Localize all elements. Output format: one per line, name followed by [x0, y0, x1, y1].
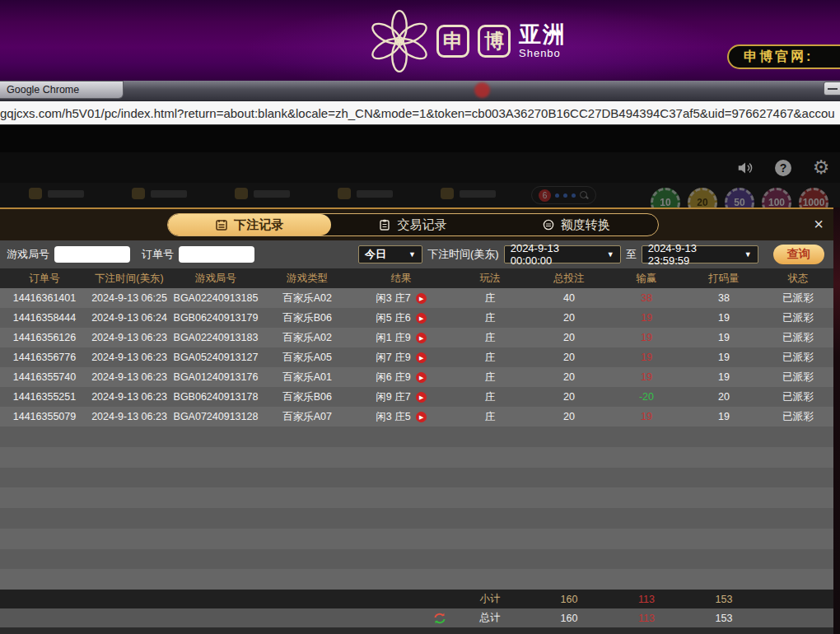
cell-rolling: 19: [685, 312, 763, 324]
cell-status: 已派彩: [763, 331, 833, 345]
cell-order-id: 14416356776: [0, 352, 89, 363]
chip-100[interactable]: 100: [762, 188, 791, 207]
cell-game-type: 百家乐A07: [262, 410, 352, 424]
chip-20[interactable]: 20: [688, 188, 717, 207]
chip-50[interactable]: 50: [725, 188, 754, 207]
empty-rows-area: [0, 427, 833, 590]
empty-stripe: [0, 529, 833, 549]
tab-label: 额度转换: [561, 217, 610, 233]
col-header: 游戏类型: [262, 272, 352, 286]
cell-result: 闲1 庄9▶: [352, 331, 450, 345]
subtotal-total-bet: 160: [530, 594, 608, 605]
replay-icon[interactable]: ▶: [416, 372, 427, 383]
col-header: 结果: [352, 272, 450, 286]
cell-round-id: BGA05240913127: [170, 352, 262, 363]
subtotal-win: 113: [608, 594, 685, 605]
date-range-select[interactable]: 今日▼: [358, 245, 422, 263]
official-site-pill[interactable]: 申博官网:: [727, 44, 840, 69]
tab-bet-records[interactable]: 下注记录: [168, 214, 331, 235]
dimmed-nav-item[interactable]: [338, 188, 393, 199]
game-category-icon: [338, 188, 351, 199]
cell-rolling: 19: [685, 411, 763, 422]
replay-icon[interactable]: ▶: [416, 412, 427, 422]
order-id-input[interactable]: [179, 246, 254, 263]
dimmed-nav-item[interactable]: [235, 188, 290, 199]
transaction-records-icon: [379, 219, 390, 231]
col-header: 状态: [763, 272, 833, 286]
filter-band: 游戏局号 订单号 今日▼ 下注时间(美东) 2024-9-13 00:00:00…: [0, 240, 833, 268]
cell-game-type: 百家乐A05: [262, 351, 352, 365]
background-right-strip: [833, 207, 840, 634]
cell-status: 已派彩: [763, 311, 833, 325]
chip-10[interactable]: 10: [651, 188, 680, 207]
table-row: 144163584442024-9-13 06:24BGB06240913179…: [0, 308, 833, 328]
cell-round-id: BGB06240913178: [170, 391, 262, 403]
cell-total-bet: 20: [530, 312, 608, 324]
bet-records-icon: [216, 219, 227, 231]
tab-label: 下注记录: [234, 217, 283, 233]
table-row: 144163614012024-9-13 06:25BGA02240913185…: [0, 288, 833, 308]
game-category-icon: [132, 188, 145, 199]
flower-logo-icon: [371, 7, 428, 76]
records-modal: 下注记录 交易记录: [0, 207, 833, 634]
tab-transaction-records[interactable]: 交易记录: [331, 214, 494, 235]
notice-widget[interactable]: 6: [531, 186, 596, 204]
cell-status: 已派彩: [763, 351, 833, 365]
cell-win: 19: [608, 411, 685, 422]
cell-round-id: BGA07240913128: [170, 411, 262, 422]
cell-win: 19: [608, 352, 685, 363]
brand-region-text: 亚洲: [519, 24, 567, 46]
empty-stripe: [0, 549, 833, 570]
blocked-indicator-icon: [474, 82, 490, 98]
cell-rolling: 19: [685, 371, 763, 383]
table-body: 144163614012024-9-13 06:25BGA02240913185…: [0, 288, 833, 427]
cell-game-type: 百家乐B06: [262, 390, 352, 404]
table-row: 144163552512024-9-13 06:23BGB06240913178…: [0, 387, 833, 407]
replay-icon[interactable]: ▶: [416, 333, 427, 343]
cell-bet-time: 2024-9-13 06:24: [89, 312, 170, 324]
table-row: 144163550792024-9-13 06:23BGA07240913128…: [0, 407, 833, 427]
result-text: 闲6 庄9: [376, 371, 410, 385]
cell-game-type: 百家乐A01: [262, 371, 352, 385]
dimmed-nav-item[interactable]: [441, 188, 496, 199]
dimmed-nav-item[interactable]: [29, 188, 84, 199]
refresh-icon[interactable]: [433, 612, 446, 625]
cell-result: 闲5 庄6▶: [352, 311, 450, 325]
url-bar[interactable]: gqjcxs.com/h5V01/pc/index.html?return=ab…: [0, 100, 840, 125]
minimize-button[interactable]: [824, 82, 840, 96]
tab-label: 交易记录: [397, 217, 446, 233]
replay-icon[interactable]: ▶: [416, 352, 427, 363]
settings-gear-icon[interactable]: ⚙: [812, 159, 830, 177]
sound-icon[interactable]: [736, 159, 754, 177]
close-icon[interactable]: ×: [814, 216, 824, 232]
subtotal-row: 小计 160 113 153: [0, 590, 833, 608]
search-button[interactable]: 查询: [773, 245, 824, 264]
cell-order-id: 14416358444: [0, 312, 89, 324]
tab-band: 下注记录 交易记录: [0, 209, 833, 240]
col-header: 打码量: [685, 272, 763, 286]
tab-quota-transfer[interactable]: 额度转换: [495, 214, 658, 235]
time-to-select[interactable]: 2024-9-13 23:59:59▼: [642, 245, 758, 263]
dimmed-nav-item[interactable]: [132, 188, 187, 199]
help-icon[interactable]: ?: [774, 159, 792, 177]
cell-round-id: BGA01240913176: [170, 371, 262, 383]
empty-stripe: [0, 468, 833, 488]
cell-rolling: 38: [685, 292, 763, 304]
table-row: 144163561262024-9-13 06:23BGA02240913183…: [0, 328, 833, 347]
empty-stripe: [0, 508, 833, 529]
quota-transfer-icon: [543, 219, 554, 231]
cell-game-type: 百家乐A02: [262, 331, 352, 345]
replay-icon[interactable]: ▶: [416, 392, 427, 403]
dot-icon: [563, 193, 567, 198]
time-from-select[interactable]: 2024-9-13 00:00:00▼: [504, 245, 621, 263]
search-icon[interactable]: [580, 191, 589, 200]
chip-1000[interactable]: 1000: [799, 188, 828, 207]
chevron-down-icon: ▼: [408, 250, 416, 259]
replay-icon[interactable]: ▶: [416, 313, 427, 324]
refresh-cell: [352, 612, 450, 625]
col-header: 总投注: [530, 272, 608, 286]
cell-play-type: 庄: [450, 390, 530, 404]
replay-icon[interactable]: ▶: [416, 293, 427, 304]
cell-total-bet: 20: [530, 352, 608, 363]
game-round-input[interactable]: [54, 246, 130, 263]
